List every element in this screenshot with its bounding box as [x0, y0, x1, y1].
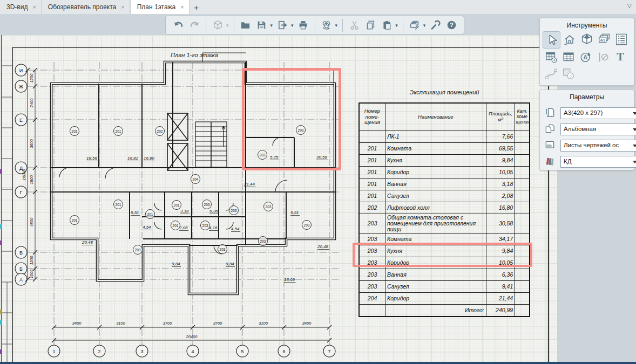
schedule-header-row: Номер поме- щения Наименование Площадь, … — [359, 103, 530, 131]
room-area-label: 16,82 — [127, 156, 139, 161]
svg-text:203: 203 — [135, 248, 141, 252]
svg-text:A: A — [583, 54, 587, 60]
tool-hatch-region[interactable] — [560, 66, 577, 82]
orbit-icon — [321, 20, 331, 30]
schedule-cell: 201 — [359, 190, 385, 202]
view-cube-icon — [213, 20, 223, 30]
window-bottom-edge — [0, 362, 636, 364]
tool-auto-label[interactable]: A — [577, 49, 594, 65]
schedule-total-row: Итого:240,99 — [359, 305, 530, 317]
svg-text:203: 203 — [231, 209, 237, 212]
schedule-row: 204Коридор21,44 — [359, 293, 530, 305]
open-folder-icon — [240, 20, 251, 30]
tool-project-home[interactable] — [561, 31, 578, 47]
dropdown-caret-icon[interactable]: ▾ — [335, 23, 338, 28]
help-button[interactable]: ? — [444, 18, 458, 33]
new-tab-button[interactable]: + — [190, 0, 204, 14]
tool-table[interactable] — [560, 49, 577, 65]
dropdown-caret-icon[interactable]: ▾ — [395, 23, 398, 28]
settings-wrench-button[interactable] — [428, 18, 442, 33]
dropdown-caret-icon[interactable]: ▾ — [291, 23, 294, 28]
toolbar-separator — [234, 19, 234, 32]
tool-view-cube-tool[interactable] — [578, 31, 595, 47]
print-button[interactable] — [296, 18, 310, 33]
svg-text:3400: 3400 — [72, 321, 82, 326]
dropdown-caret-icon[interactable]: ▾ — [270, 23, 273, 28]
save-button[interactable] — [255, 18, 269, 33]
cut-button[interactable] — [347, 18, 361, 33]
spline-icon — [545, 67, 558, 80]
orbit-button[interactable] — [320, 18, 334, 33]
document-set-select[interactable]: КД — [560, 156, 636, 168]
svg-text:1200: 1200 — [29, 256, 34, 265]
schedule-cell — [515, 269, 530, 281]
svg-text:5: 5 — [241, 349, 243, 354]
schedule-total-value: 240,99 — [486, 305, 515, 317]
export-button[interactable] — [275, 18, 289, 33]
schedule-cell: Коридор — [385, 167, 486, 178]
schedule-cell: 202 — [359, 202, 385, 214]
tool-select-cursor[interactable] — [543, 31, 560, 49]
svg-text:20400: 20400 — [186, 334, 198, 339]
undo-button[interactable] — [171, 18, 185, 33]
sheet-template-select[interactable]: Листы чертежей ос — [560, 140, 636, 152]
text-tool-icon: T — [614, 51, 627, 64]
schedule-cell: Кухня — [385, 155, 486, 167]
schedule-cell — [515, 167, 530, 178]
svg-text:3: 3 — [140, 349, 143, 354]
schedule-row-highlighted: 203Общая комната-столовая с помещением д… — [359, 214, 530, 233]
document-set-icon — [545, 156, 555, 168]
schedule-cell: Ванная — [385, 269, 486, 281]
svg-text:16000: 16000 — [22, 169, 26, 181]
room-area-label: 4,16 — [209, 225, 218, 230]
sheet-copy-button[interactable] — [408, 18, 422, 33]
schedule-cell: ЛК-1 — [385, 131, 486, 143]
tool-text-tool[interactable]: T — [612, 49, 628, 65]
tool-specification-list[interactable] — [613, 31, 630, 47]
tab-3[interactable]: План 1этажа× — [130, 0, 190, 14]
params-panel: Параметры A3(420 x 297) Альбомная Листы … — [539, 90, 634, 170]
paper-size-select[interactable]: A3(420 x 297) — [560, 107, 636, 119]
cut-icon — [349, 20, 360, 30]
tool-dimension[interactable] — [594, 49, 611, 65]
staircase — [195, 122, 227, 167]
dropdown-caret-icon[interactable]: ▾ — [226, 23, 229, 28]
view-cube-button[interactable] — [211, 18, 225, 33]
dropdown-caret-icon[interactable]: ▾ — [423, 23, 426, 28]
tab-1[interactable]: 3D-вид× — [0, 0, 42, 14]
tools-panel-title: Инструменты — [540, 18, 634, 31]
tab-close-icon[interactable]: × — [32, 4, 36, 10]
svg-text:3700: 3700 — [213, 321, 223, 326]
schedule-cell — [515, 190, 530, 202]
svg-text:?: ? — [450, 22, 454, 28]
schedule-cell — [515, 143, 530, 155]
orientation-select[interactable]: Альбомная — [560, 123, 636, 135]
schedule-cell — [515, 305, 530, 317]
open-folder-button[interactable] — [239, 18, 253, 33]
svg-text:Г: Г — [20, 190, 23, 195]
schedule-row: 201Комната69,55 — [359, 143, 530, 155]
elevator-shafts — [167, 113, 188, 170]
drawing-canvas[interactable]: ИЖЕДГВБА12345671200240036001800480012001… — [0, 35, 557, 364]
schedule-cell: Коридор — [385, 293, 486, 305]
svg-text:201: 201 — [72, 218, 78, 222]
room-area-label: 20,48 — [82, 240, 93, 245]
copy-button[interactable] — [363, 18, 377, 33]
svg-text:4800: 4800 — [29, 217, 34, 227]
tools-panel: Инструменты A1AT — [539, 18, 634, 86]
tab-overflow-icon[interactable]: ▽ — [627, 2, 632, 9]
paste-button[interactable] — [380, 18, 394, 33]
tab-close-icon[interactable]: × — [180, 4, 184, 10]
schedule-cell: 201 — [359, 155, 385, 167]
plan-title: План 1-го этажа — [157, 52, 232, 58]
params-panel-title: Параметры — [540, 90, 634, 103]
tab-2[interactable]: Обозреватель проекта× — [42, 0, 130, 14]
tab-label: 3D-вид — [6, 3, 28, 11]
tool-spline[interactable] — [543, 66, 559, 82]
tool-linked-table[interactable] — [543, 49, 559, 65]
col-name: Наименование — [385, 103, 486, 131]
schedule-cell — [359, 131, 385, 143]
tab-close-icon[interactable]: × — [121, 4, 124, 10]
tool-sheets-a1[interactable]: A1 — [596, 31, 612, 47]
redo-button[interactable] — [187, 18, 201, 33]
